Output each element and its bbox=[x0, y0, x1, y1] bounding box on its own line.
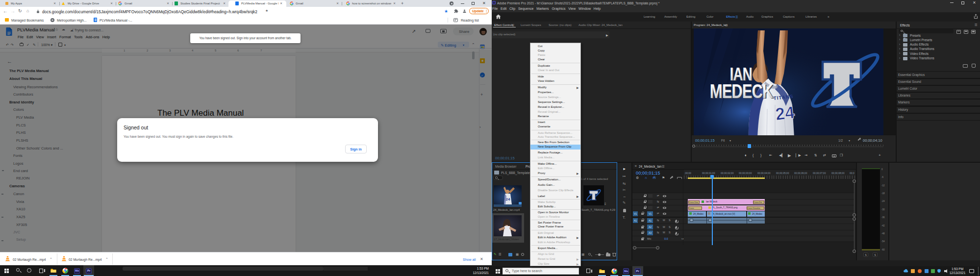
svg-text:24: 24 bbox=[774, 102, 796, 124]
svg-text:24: 24 bbox=[506, 197, 510, 201]
svg-text:MEDECK: MEDECK bbox=[710, 79, 773, 102]
